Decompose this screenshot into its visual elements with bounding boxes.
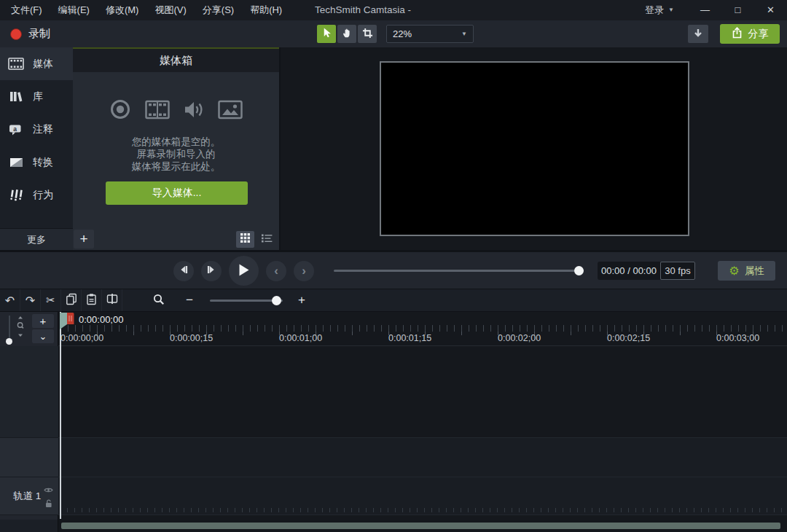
play-button[interactable] xyxy=(229,256,259,286)
menu-help[interactable]: 帮助(H) xyxy=(242,0,290,20)
scrollbar-corner xyxy=(0,520,58,532)
split-button[interactable] xyxy=(102,289,122,311)
canvas-area xyxy=(281,47,787,250)
record-icon xyxy=(109,98,131,122)
canvas-zoom-select[interactable]: 22% ▼ xyxy=(386,25,474,43)
timeline-zoom-out-button[interactable]: − xyxy=(181,293,198,308)
menu-edit[interactable]: 编辑(E) xyxy=(50,0,98,20)
lock-icon[interactable] xyxy=(45,499,52,510)
menubar: 文件(F) 编辑(E) 修改(M) 视图(V) 分享(S) 帮助(H) Tech… xyxy=(0,0,787,20)
ruler-label: 0:00:03;00 xyxy=(716,333,759,343)
transition-icon xyxy=(7,157,25,168)
seek-slider[interactable] xyxy=(334,270,584,272)
horizontal-scrollbar-thumb[interactable] xyxy=(61,523,780,529)
sidebar-item-label: 库 xyxy=(33,90,43,103)
record-button[interactable]: 录制 xyxy=(6,23,55,44)
properties-button[interactable]: ⚙ 属性 xyxy=(718,261,775,281)
grid-view-button[interactable] xyxy=(236,231,254,248)
library-icon xyxy=(7,90,25,103)
next-marker-button[interactable]: › xyxy=(294,261,314,281)
magnifier-icon xyxy=(153,294,165,308)
menu-view[interactable]: 视图(V) xyxy=(146,0,194,20)
vertical-zoom-slider[interactable] xyxy=(9,316,10,340)
import-media-button[interactable]: 导入媒体... xyxy=(106,181,248,205)
sidebar: 媒体 库 a 注释 转换 xyxy=(0,47,73,250)
callout-icon: a xyxy=(7,124,25,136)
sidebar-item-behaviors[interactable]: 行为 xyxy=(0,179,73,211)
playhead-marker[interactable] xyxy=(60,313,74,332)
share-button[interactable]: 分享 xyxy=(720,24,780,44)
empty-line-3: 媒体将显示在此处。 xyxy=(73,160,279,173)
redo-button[interactable]: ↷ xyxy=(20,289,41,311)
step-backward-icon xyxy=(179,265,189,277)
audio-icon xyxy=(184,100,204,122)
minimize-button[interactable]: — xyxy=(689,0,721,20)
paste-button[interactable] xyxy=(82,289,102,311)
sidebar-item-label: 注释 xyxy=(33,123,53,136)
ruler-label: 0:00:01;00 xyxy=(279,333,322,343)
cut-button[interactable]: ✂ xyxy=(41,289,61,311)
time-cluster: 00:00 / 00:00 30 fps xyxy=(598,262,695,280)
download-button[interactable] xyxy=(688,25,708,43)
share-icon xyxy=(732,27,743,41)
add-track-button[interactable]: + xyxy=(32,314,54,328)
sidebar-item-media[interactable]: 媒体 xyxy=(0,47,73,80)
signin-label: 登录 xyxy=(645,4,664,17)
step-backward-button[interactable] xyxy=(173,261,194,281)
collapse-tracks-button[interactable]: ⌄ xyxy=(32,329,54,343)
sidebar-more-button[interactable]: 更多 xyxy=(0,228,73,250)
empty-line-1: 您的媒体箱是空的。 xyxy=(73,136,279,148)
timeline-zoom-controls: − + xyxy=(153,293,310,308)
media-bin-empty-text: 您的媒体箱是空的。 屏幕录制和导入的 媒体将显示在此处。 xyxy=(73,136,279,173)
playback-bar: ‹ › 00:00 / 00:00 30 fps ⚙ 属性 xyxy=(0,251,787,289)
pan-tool-button[interactable] xyxy=(337,25,356,43)
grid-view-icon xyxy=(240,233,250,245)
paste-icon xyxy=(86,293,97,308)
add-media-button[interactable]: + xyxy=(74,230,94,249)
media-bin-title: 媒体箱 xyxy=(160,54,192,68)
cursor-tool-button[interactable] xyxy=(317,25,336,43)
copy-icon xyxy=(66,293,77,308)
media-bin-header: 媒体箱 xyxy=(73,47,279,72)
chevron-down-icon: ▼ xyxy=(461,31,467,37)
more-label: 更多 xyxy=(27,233,46,246)
step-forward-button[interactable] xyxy=(201,261,222,281)
maximize-button[interactable]: □ xyxy=(721,0,754,20)
menu-file[interactable]: 文件(F) xyxy=(3,0,50,20)
playhead-line[interactable] xyxy=(60,312,61,519)
vertical-zoom-knob[interactable] xyxy=(6,338,12,345)
seek-slider-knob[interactable] xyxy=(574,266,584,275)
gear-icon: ⚙ xyxy=(729,265,739,277)
timeline-gutter: + ⌄ 轨道 1 xyxy=(0,312,58,520)
signin-menu[interactable]: 登录 ▼ xyxy=(641,4,678,17)
close-button[interactable]: ✕ xyxy=(754,0,787,20)
sidebar-item-library[interactable]: 库 xyxy=(0,80,73,113)
ruler-label: 0:00:01;15 xyxy=(388,333,431,343)
canvas-tools: 22% ▼ xyxy=(317,25,474,43)
chevron-down-icon: ▼ xyxy=(668,7,674,13)
timeline-ruler[interactable]: 0:00:00;00 0:00:00;00 0:00:00;15 0:00:01… xyxy=(58,312,787,346)
main-area: 媒体 库 a 注释 转换 xyxy=(0,47,787,251)
copy-button[interactable] xyxy=(61,289,82,311)
sidebar-item-transitions[interactable]: 转换 xyxy=(0,146,73,179)
sidebar-item-label: 行为 xyxy=(33,189,53,202)
menu-modify[interactable]: 修改(M) xyxy=(98,0,147,20)
previous-marker-button[interactable]: ‹ xyxy=(266,261,286,281)
track-1-label: 轨道 1 xyxy=(13,490,41,503)
ruler-minor-ticks xyxy=(60,325,787,332)
track-header-empty xyxy=(0,437,58,477)
timeline-zoom-in-button[interactable]: + xyxy=(293,293,310,308)
undo-button[interactable]: ↶ xyxy=(0,289,20,311)
window-title: TechSmith Camtasia - xyxy=(315,0,411,20)
menu-list: 文件(F) 编辑(E) 修改(M) 视图(V) 分享(S) 帮助(H) xyxy=(0,0,290,20)
timeline-zoom-slider[interactable] xyxy=(210,300,283,302)
timeline-zoom-knob[interactable] xyxy=(272,296,281,305)
ruler-label: 0:00:00;15 xyxy=(170,333,213,343)
eye-icon[interactable] xyxy=(44,485,53,496)
crop-tool-button[interactable] xyxy=(358,25,377,43)
split-icon xyxy=(106,293,118,308)
menu-share[interactable]: 分享(S) xyxy=(195,0,242,20)
list-view-button[interactable] xyxy=(258,231,276,248)
sidebar-item-annotations[interactable]: a 注释 xyxy=(0,113,73,146)
list-view-icon xyxy=(262,234,273,245)
